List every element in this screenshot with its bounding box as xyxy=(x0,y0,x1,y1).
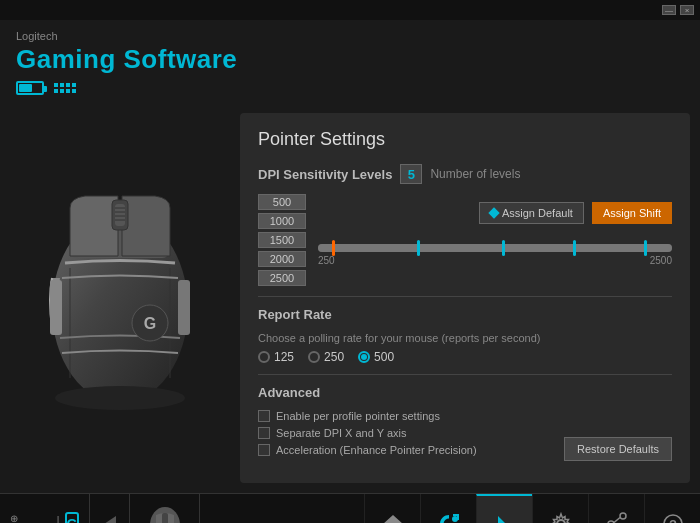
pointer-icon xyxy=(491,511,519,524)
report-rate-desc: Choose a polling rate for your mouse (re… xyxy=(258,332,672,344)
num-levels-text: Number of levels xyxy=(430,167,520,181)
slider-handle-1[interactable] xyxy=(332,240,335,256)
dpi-level-2000[interactable]: 2000 xyxy=(258,251,306,267)
dpi-levels-list: 500 1000 1500 2000 2500 xyxy=(258,194,308,286)
settings-button[interactable] xyxy=(532,494,588,523)
back-button[interactable] xyxy=(90,494,130,523)
svg-rect-16 xyxy=(162,513,168,524)
dpi-count: 5 xyxy=(400,164,422,184)
minimize-button[interactable]: — xyxy=(662,5,676,15)
header-icons xyxy=(16,81,684,95)
window-controls: — × xyxy=(662,5,694,15)
help-button[interactable]: ? xyxy=(644,494,700,523)
gear-icon xyxy=(547,510,575,524)
report-rate-label: Report Rate xyxy=(258,307,672,322)
svg-text:?: ? xyxy=(669,517,677,524)
main-content: G Pointer Settings DPI Sensitivity Level… xyxy=(0,103,700,493)
restore-defaults-button[interactable]: Restore Defaults xyxy=(564,437,672,461)
checkbox-acceleration[interactable]: Acceleration (Enhance Pointer Precision) xyxy=(258,444,564,456)
app-header: Logitech Gaming Software xyxy=(0,20,700,103)
svg-rect-10 xyxy=(50,280,62,335)
slider-handle-3[interactable] xyxy=(502,240,505,256)
advanced-row: Enable per profile pointer settings Sepa… xyxy=(258,410,672,461)
app-title: Gaming Software xyxy=(16,44,684,75)
dpi-section-label: DPI Sensitivity Levels 5 Number of level… xyxy=(258,164,672,184)
logitech-text: ⊕ Logitech xyxy=(10,513,48,524)
slider-labels: 250 2500 xyxy=(318,255,672,266)
device-thumbnail[interactable]: G xyxy=(130,494,200,523)
assign-shift-button[interactable]: Assign Shift xyxy=(592,202,672,224)
toolbar-actions: ? xyxy=(364,494,700,523)
dpi-level-500[interactable]: 500 xyxy=(258,194,306,210)
checkbox-box-2 xyxy=(258,427,270,439)
advanced-label: Advanced xyxy=(258,385,672,400)
close-button[interactable]: × xyxy=(680,5,694,15)
svg-rect-3 xyxy=(115,204,125,226)
diamond-icon xyxy=(488,207,499,218)
svg-text:G: G xyxy=(144,315,156,332)
svg-rect-11 xyxy=(178,280,190,335)
slider-handle-5[interactable] xyxy=(644,240,647,256)
device-icon: G xyxy=(146,503,184,524)
svg-point-21 xyxy=(557,520,565,524)
back-arrow-icon xyxy=(104,516,116,524)
slider-handle-2[interactable] xyxy=(417,240,420,256)
pointer-button[interactable] xyxy=(476,494,532,523)
home-button[interactable] xyxy=(364,494,420,523)
dpi-level-2500[interactable]: 2500 xyxy=(258,270,306,286)
slider-handle-4[interactable] xyxy=(573,240,576,256)
radio-500[interactable]: 500 xyxy=(358,350,394,364)
radio-250[interactable]: 250 xyxy=(308,350,344,364)
radio-circle-125 xyxy=(258,351,270,363)
share-button[interactable] xyxy=(588,494,644,523)
panel-title: Pointer Settings xyxy=(258,129,672,150)
g-logo: G xyxy=(65,512,80,524)
divider-2 xyxy=(258,374,672,375)
home-icon xyxy=(379,510,407,524)
radio-group: 125 250 500 xyxy=(258,350,672,364)
dpi-level-1500[interactable]: 1500 xyxy=(258,232,306,248)
customize-button[interactable] xyxy=(420,494,476,523)
svg-point-14 xyxy=(55,386,185,410)
dpi-slider-area: Assign Default Assign Shift 250 2 xyxy=(318,194,672,266)
share-icon xyxy=(603,510,631,524)
grid-icon xyxy=(54,83,76,93)
battery-icon xyxy=(16,81,44,95)
checkboxes: Enable per profile pointer settings Sepa… xyxy=(258,410,564,461)
question-icon: ? xyxy=(659,510,687,524)
mouse-image: G xyxy=(30,178,210,418)
checkbox-box-3 xyxy=(258,444,270,456)
svg-line-25 xyxy=(614,517,620,522)
dpi-level-1000[interactable]: 1000 xyxy=(258,213,306,229)
radio-circle-500 xyxy=(358,351,370,363)
divider-1 xyxy=(258,296,672,297)
svg-point-22 xyxy=(620,513,626,519)
dpi-controls: 500 1000 1500 2000 2500 Assign Default A… xyxy=(258,194,672,286)
bottom-toolbar: ⊕ Logitech | G G xyxy=(0,493,700,523)
checkbox-box-1 xyxy=(258,410,270,422)
checkbox-per-profile[interactable]: Enable per profile pointer settings xyxy=(258,410,564,422)
radio-125[interactable]: 125 xyxy=(258,350,294,364)
title-bar: — × xyxy=(0,0,700,20)
assign-default-button[interactable]: Assign Default xyxy=(479,202,584,224)
brand-name: Logitech xyxy=(16,30,684,42)
settings-panel: Pointer Settings DPI Sensitivity Levels … xyxy=(240,113,690,483)
radio-circle-250 xyxy=(308,351,320,363)
checkbox-separate-dpi[interactable]: Separate DPI X and Y axis xyxy=(258,427,564,439)
mouse-panel: G xyxy=(0,103,240,493)
dpi-slider-track[interactable] xyxy=(318,244,672,252)
battery-fill xyxy=(19,84,32,92)
toolbar-brand: ⊕ Logitech | G xyxy=(0,494,90,523)
customize-icon xyxy=(435,510,463,524)
